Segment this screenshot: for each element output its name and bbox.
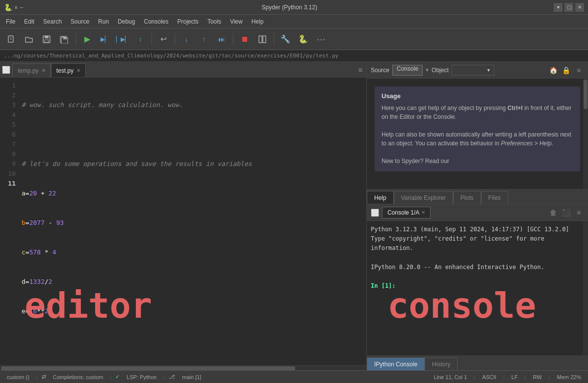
custom-status[interactable]: custom () bbox=[4, 374, 32, 380]
lock-icon-btn[interactable]: 🔒 bbox=[561, 65, 571, 76]
toolbar-sep-3 bbox=[175, 33, 175, 45]
console-tab-close[interactable]: ✕ bbox=[421, 210, 425, 215]
help-tabs: Help Variable Explorer Plots Files bbox=[367, 189, 588, 204]
tab-history[interactable]: History bbox=[425, 357, 458, 370]
git-branch-status[interactable]: main [1] bbox=[179, 374, 204, 380]
editor-tab-menu-icon[interactable]: ≡ bbox=[358, 66, 364, 74]
file-path: ...ng/courses/Theoretical_and_Applied_Cl… bbox=[4, 53, 338, 59]
minimize-button[interactable]: ▾ bbox=[554, 3, 562, 12]
console-line-1: Python 3.12.3 (main, Sep 11 2024, 14:17:… bbox=[371, 225, 584, 234]
code-area[interactable]: 1 2 3 4 5 6 7 8 9 10 11 # wow. such scri… bbox=[0, 78, 366, 365]
completions-status[interactable]: Completions: custom bbox=[50, 374, 106, 380]
settings-button[interactable]: 🔧 bbox=[278, 32, 293, 47]
help-scrollbar-thumb[interactable] bbox=[584, 80, 588, 109]
lsp-status[interactable]: LSP: Python bbox=[124, 374, 159, 380]
new-file-button[interactable] bbox=[4, 32, 19, 47]
menu-debug[interactable]: Debug bbox=[114, 17, 139, 26]
dropdown-arrow-icon: ▼ bbox=[486, 68, 491, 73]
usage-title: Usage bbox=[382, 92, 573, 100]
usage-box: Usage Here you can get help of any objec… bbox=[375, 86, 580, 171]
python-button[interactable]: 🐍 bbox=[296, 32, 310, 47]
menu-view[interactable]: View bbox=[226, 17, 247, 26]
stop-button[interactable]: ⏹ bbox=[237, 32, 252, 47]
console-panel: ⬜ Console 1/A ✕ 🗑 ⬛ ≡ Python 3.12.3 (mai… bbox=[367, 204, 588, 370]
toolbar-sep-1 bbox=[76, 33, 76, 45]
undo-button[interactable]: ↩ bbox=[156, 32, 171, 47]
tab-temp-py-label: temp.py bbox=[18, 67, 39, 74]
console-scrollbar[interactable] bbox=[583, 221, 588, 356]
source-label: Source bbox=[371, 67, 389, 74]
tab-variable-explorer[interactable]: Variable Explorer bbox=[394, 191, 453, 204]
window-controls: ▾ ▢ ✕ bbox=[554, 3, 584, 12]
main-area: ⬜ temp.py ✕ test.py ✕ ≡ 1 2 3 4 5 6 7 8 … bbox=[0, 62, 588, 370]
close-button[interactable]: ✕ bbox=[575, 3, 584, 12]
tab-temp-py-close[interactable]: ✕ bbox=[42, 68, 46, 73]
toolbar-sep-5 bbox=[274, 33, 274, 45]
menu-help[interactable]: Help bbox=[248, 17, 268, 26]
trash-icon-btn[interactable]: 🗑 bbox=[548, 207, 559, 218]
console-header: ⬜ Console 1/A ✕ 🗑 ⬛ ≡ bbox=[367, 204, 588, 221]
maximize-pane-button[interactable] bbox=[255, 32, 270, 47]
save-all-button[interactable] bbox=[57, 32, 72, 47]
debug-continue-button[interactable]: ⏭ bbox=[214, 32, 229, 47]
console-1a-tab[interactable]: Console 1/A ✕ bbox=[382, 207, 431, 219]
console-panel-btn[interactable]: Console bbox=[392, 65, 423, 76]
menu-projects[interactable]: Projects bbox=[174, 17, 203, 26]
editor-horizontal-scrollbar[interactable] bbox=[0, 365, 366, 370]
run-button[interactable]: ▶ bbox=[80, 32, 95, 47]
code-line-6: c=578 * 4 bbox=[22, 247, 366, 257]
tab-help[interactable]: Help bbox=[367, 191, 394, 204]
help-scrollbar[interactable] bbox=[583, 79, 588, 189]
eol-status: LF bbox=[509, 374, 521, 380]
completions-sync-icon: ⇄ bbox=[42, 374, 46, 380]
chevron-down-icon[interactable]: ▼ bbox=[426, 67, 429, 73]
menu-bar: File Edit Search Source Run Debug Consol… bbox=[0, 15, 588, 28]
permissions-status: RW bbox=[530, 374, 544, 380]
window-close-icon[interactable]: ✕ bbox=[14, 4, 18, 11]
menu-search[interactable]: Search bbox=[39, 17, 66, 26]
stop-kernel-btn[interactable]: ⬛ bbox=[561, 207, 571, 218]
console-bottom-tabs: IPython Console History bbox=[367, 356, 588, 370]
tab-ipython-console[interactable]: IPython Console bbox=[367, 357, 425, 370]
help-menu-icon-btn[interactable]: ≡ bbox=[573, 65, 584, 76]
status-bar: custom () | ⇄ Completions: custom | ✓ LS… bbox=[0, 370, 588, 383]
step-out-button[interactable]: ↑ bbox=[197, 32, 211, 47]
menu-source[interactable]: Source bbox=[67, 17, 93, 26]
window-minimize-icon[interactable]: — bbox=[20, 4, 23, 11]
object-label: Object bbox=[432, 67, 449, 74]
console-menu-icon-btn[interactable]: ≡ bbox=[573, 207, 584, 218]
toolbar: ▶ ▶▏ ▏▶▏ ↕ ↩ ↓ ↑ ⏭ ⏹ 🔧 🐍 ⋯ bbox=[0, 28, 588, 50]
tab-files[interactable]: Files bbox=[481, 191, 508, 204]
console-prompt[interactable]: In [1]: bbox=[371, 281, 584, 291]
tab-test-py-close[interactable]: ✕ bbox=[77, 68, 80, 73]
tab-plots[interactable]: Plots bbox=[453, 191, 481, 204]
scrollbar-thumb[interactable] bbox=[1, 366, 295, 370]
run-cell-advance-button[interactable]: ▏▶▏ bbox=[115, 32, 130, 47]
svg-rect-10 bbox=[259, 36, 262, 43]
console-output[interactable]: Python 3.12.3 (main, Sep 11 2024, 14:17:… bbox=[367, 221, 588, 356]
title-bar: 🐍 ✕ — Spyder (Python 3.12) ▾ ▢ ✕ bbox=[0, 0, 588, 15]
maximize-button[interactable]: ▢ bbox=[564, 3, 573, 12]
menu-run[interactable]: Run bbox=[94, 17, 113, 26]
tab-test-py[interactable]: test.py ✕ bbox=[51, 63, 86, 77]
object-input[interactable] bbox=[455, 67, 485, 74]
menu-consoles[interactable]: Consoles bbox=[140, 17, 172, 26]
more-options-button[interactable]: ⋯ bbox=[313, 32, 328, 47]
menu-edit[interactable]: Edit bbox=[20, 17, 38, 26]
open-file-button[interactable] bbox=[22, 32, 36, 47]
home-icon-btn[interactable]: 🏠 bbox=[548, 65, 559, 76]
path-bar: ...ng/courses/Theoretical_and_Applied_Cl… bbox=[0, 50, 588, 62]
run-cell-button[interactable]: ▶▏ bbox=[98, 32, 112, 47]
app-icon: 🐍 bbox=[4, 3, 12, 11]
run-selection-button[interactable]: ↕ bbox=[133, 32, 148, 47]
menu-file[interactable]: File bbox=[2, 17, 19, 26]
tab-temp-py[interactable]: temp.py ✕ bbox=[12, 63, 51, 77]
save-button[interactable] bbox=[39, 32, 54, 47]
step-into-button[interactable]: ↓ bbox=[179, 32, 194, 47]
object-dropdown[interactable]: ▼ bbox=[452, 65, 494, 76]
code-line-3: # let's do some operations and save the … bbox=[22, 159, 366, 169]
menu-tools[interactable]: Tools bbox=[204, 17, 225, 26]
code-line-8: e=16**2 bbox=[22, 306, 366, 316]
code-editor-content[interactable]: # wow. such script. many calculation. wo… bbox=[20, 78, 366, 365]
toolbar-sep-2 bbox=[152, 33, 152, 45]
